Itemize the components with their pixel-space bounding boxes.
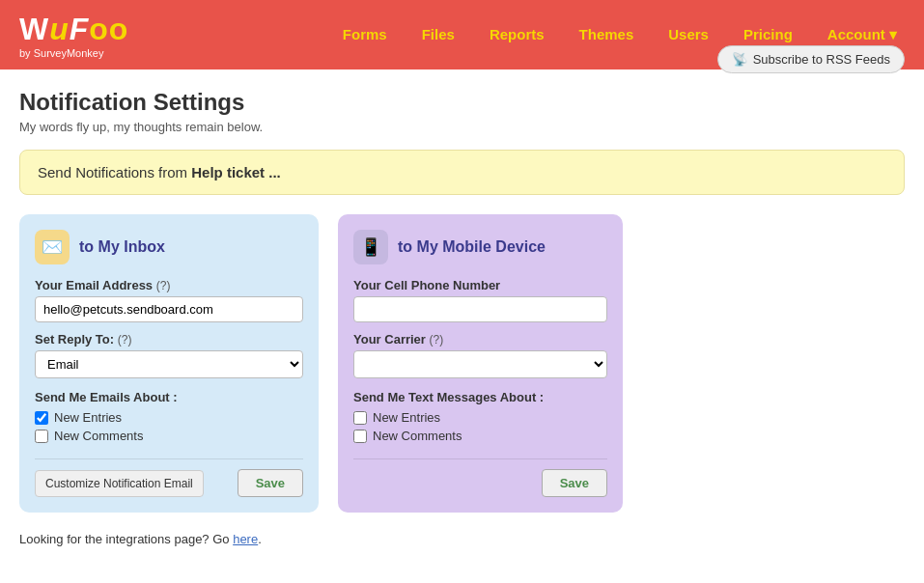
nav-reports[interactable]: Reports [482, 21, 552, 48]
inbox-new-comments-label: New Comments [54, 429, 143, 443]
nav-themes[interactable]: Themes [572, 21, 642, 48]
email-label: Your Email Address (?) [35, 278, 303, 292]
rss-icon: 📡 [732, 52, 747, 67]
nav-users[interactable]: Users [660, 21, 716, 48]
page-title: Notification Settings [19, 89, 905, 116]
mobile-new-comments-label: New Comments [373, 429, 462, 443]
nav-pricing[interactable]: Pricing [736, 21, 800, 48]
inbox-panel-title: to My Inbox [79, 238, 165, 256]
panels: ✉️ to My Inbox Your Email Address (?) Se… [19, 214, 905, 513]
mobile-panel: 📱 to My Mobile Device Your Cell Phone Nu… [338, 214, 623, 513]
mobile-save-button[interactable]: Save [542, 469, 607, 497]
carrier-label: Your Carrier (?) [353, 332, 607, 347]
logo[interactable]: WuFoo [19, 12, 128, 47]
banner-strong: Help ticket ... [191, 164, 281, 180]
new-comments-row: New Comments [35, 429, 303, 443]
mobile-panel-title: to My Mobile Device [398, 238, 546, 256]
phone-input[interactable] [353, 296, 607, 322]
carrier-select[interactable] [353, 350, 607, 378]
mobile-new-comments-row: New Comments [353, 429, 607, 443]
mobile-new-entries-checkbox[interactable] [353, 411, 367, 425]
inbox-panel-header: ✉️ to My Inbox [35, 230, 303, 264]
inbox-panel: ✉️ to My Inbox Your Email Address (?) Se… [19, 214, 319, 513]
phone-label: Your Cell Phone Number [353, 278, 607, 292]
inbox-panel-footer: Customize Notification Email Save [35, 458, 303, 497]
nav-account[interactable]: Account [820, 21, 905, 48]
mobile-panel-footer: Save [353, 458, 607, 497]
nav-forms[interactable]: Forms [335, 21, 395, 48]
banner-prefix: Send Notifications from [38, 164, 191, 180]
customize-email-button[interactable]: Customize Notification Email [35, 470, 204, 497]
inbox-new-comments-checkbox[interactable] [35, 430, 48, 443]
nav-files[interactable]: Files [414, 21, 462, 48]
mobile-new-entries-row: New Entries [353, 410, 607, 425]
reply-to-select[interactable]: Email Form Creator Custom [35, 350, 303, 378]
page-subtitle: My words fly up, my thoughts remain belo… [19, 120, 905, 134]
mobile-new-comments-checkbox[interactable] [353, 430, 367, 443]
carrier-help[interactable]: (?) [430, 333, 444, 347]
integrations-link[interactable]: here [233, 532, 258, 546]
new-entries-row: New Entries [35, 410, 303, 425]
inbox-new-entries-checkbox[interactable] [35, 411, 48, 425]
logo-subtitle: by SurveyMonkey [19, 47, 128, 59]
email-help[interactable]: (?) [156, 279, 171, 292]
rss-button[interactable]: 📡 Subscribe to RSS Feeds [717, 45, 905, 73]
inbox-icon: ✉️ [35, 230, 70, 264]
inbox-new-entries-label: New Entries [54, 410, 122, 425]
send-texts-label: Send Me Text Messages About : [353, 390, 607, 404]
reply-to-help[interactable]: (?) [118, 333, 132, 347]
footer-note: Looking for the integrations page? Go he… [19, 532, 905, 546]
reply-to-label: Set Reply To: (?) [35, 332, 303, 347]
notification-banner: Send Notifications from Help ticket ... [19, 150, 905, 195]
main-nav: Forms Files Reports Themes Users Pricing… [335, 21, 905, 48]
mobile-panel-header: 📱 to My Mobile Device [353, 230, 607, 264]
rss-button-label: Subscribe to RSS Feeds [753, 52, 890, 67]
logo-area: WuFoo by SurveyMonkey [19, 12, 128, 59]
send-emails-label: Send Me Emails About : [35, 390, 303, 404]
mobile-icon: 📱 [353, 230, 388, 264]
main-content: 📡 Subscribe to RSS Feeds Notification Se… [0, 69, 924, 566]
mobile-new-entries-label: New Entries [373, 410, 440, 425]
email-input[interactable] [35, 296, 303, 322]
inbox-save-button[interactable]: Save [238, 469, 303, 497]
